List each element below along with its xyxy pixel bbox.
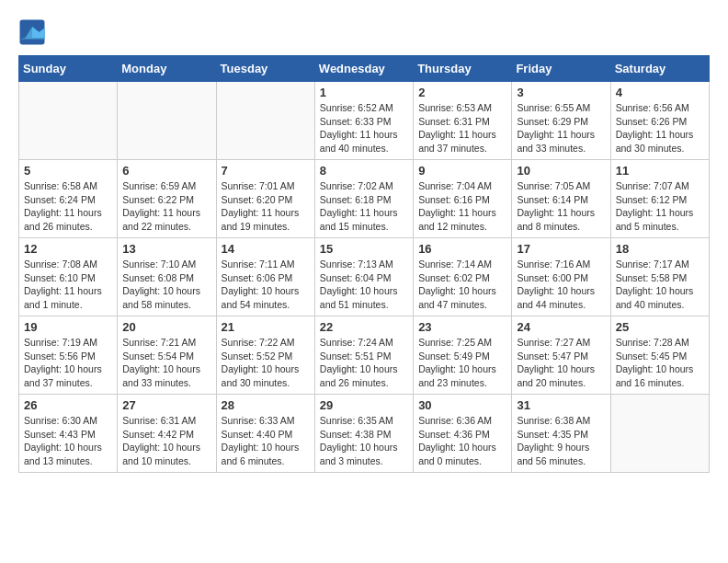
day-info: Sunrise: 6:55 AM Sunset: 6:29 PM Dayligh… [517,101,605,155]
day-header-sunday: Sunday [19,56,118,82]
day-info: Sunrise: 7:11 AM Sunset: 6:06 PM Dayligh… [222,258,310,312]
day-info: Sunrise: 6:35 AM Sunset: 4:38 PM Dayligh… [320,414,408,468]
calendar-cell: 30Sunrise: 6:36 AM Sunset: 4:36 PM Dayli… [414,395,512,473]
day-info: Sunrise: 7:04 AM Sunset: 6:16 PM Dayligh… [418,179,506,234]
week-row-1: 1Sunrise: 6:52 AM Sunset: 6:33 PM Daylig… [19,82,710,160]
calendar-cell [216,82,314,160]
day-info: Sunrise: 6:31 AM Sunset: 4:42 PM Dayligh… [122,414,210,468]
day-info: Sunrise: 7:28 AM Sunset: 5:45 PM Dayligh… [616,336,704,390]
calendar-cell: 9Sunrise: 7:04 AM Sunset: 6:16 PM Daylig… [414,160,512,238]
day-info: Sunrise: 7:10 AM Sunset: 6:08 PM Dayligh… [122,258,210,312]
day-number: 9 [418,164,506,178]
calendar-cell: 24Sunrise: 7:27 AM Sunset: 5:47 PM Dayli… [512,316,610,395]
day-info: Sunrise: 6:52 AM Sunset: 6:33 PM Dayligh… [320,101,408,155]
calendar-cell: 18Sunrise: 7:17 AM Sunset: 5:58 PM Dayli… [610,238,709,316]
calendar-cell: 6Sunrise: 6:59 AM Sunset: 6:22 PM Daylig… [118,160,216,238]
day-info: Sunrise: 7:08 AM Sunset: 6:10 PM Dayligh… [24,258,112,312]
day-number: 15 [320,242,408,256]
calendar-cell: 5Sunrise: 6:58 AM Sunset: 6:24 PM Daylig… [19,160,118,238]
day-info: Sunrise: 7:02 AM Sunset: 6:18 PM Dayligh… [320,179,408,234]
day-number: 21 [222,320,310,334]
week-row-2: 5Sunrise: 6:58 AM Sunset: 6:24 PM Daylig… [19,160,710,238]
calendar-cell: 13Sunrise: 7:10 AM Sunset: 6:08 PM Dayli… [118,238,216,316]
day-header-friday: Friday [512,56,610,82]
day-info: Sunrise: 6:58 AM Sunset: 6:24 PM Dayligh… [24,179,112,234]
logo [18,18,51,46]
day-header-thursday: Thursday [414,56,512,82]
day-info: Sunrise: 7:27 AM Sunset: 5:47 PM Dayligh… [517,336,605,390]
calendar-cell: 15Sunrise: 7:13 AM Sunset: 6:04 PM Dayli… [314,238,413,316]
day-number: 17 [517,242,605,256]
day-info: Sunrise: 6:53 AM Sunset: 6:31 PM Dayligh… [418,101,506,155]
calendar-cell [19,82,118,160]
calendar-cell: 29Sunrise: 6:35 AM Sunset: 4:38 PM Dayli… [314,395,413,473]
day-info: Sunrise: 7:07 AM Sunset: 6:12 PM Dayligh… [616,179,704,234]
day-number: 12 [24,242,112,256]
calendar-cell: 20Sunrise: 7:21 AM Sunset: 5:54 PM Dayli… [118,316,216,395]
calendar-cell: 3Sunrise: 6:55 AM Sunset: 6:29 PM Daylig… [512,82,610,160]
day-info: Sunrise: 7:17 AM Sunset: 5:58 PM Dayligh… [616,258,704,312]
day-number: 1 [320,86,408,99]
page-header [18,18,710,46]
day-number: 7 [222,164,310,178]
day-number: 10 [517,164,605,178]
day-number: 20 [122,320,210,334]
calendar-cell: 12Sunrise: 7:08 AM Sunset: 6:10 PM Dayli… [19,238,118,316]
calendar-cell [118,82,216,160]
logo-icon [18,18,46,46]
day-info: Sunrise: 6:38 AM Sunset: 4:35 PM Dayligh… [517,414,605,468]
day-info: Sunrise: 7:21 AM Sunset: 5:54 PM Dayligh… [122,336,210,390]
day-info: Sunrise: 7:24 AM Sunset: 5:51 PM Dayligh… [320,336,408,390]
calendar-cell [610,395,709,473]
day-header-monday: Monday [118,56,216,82]
calendar-cell: 21Sunrise: 7:22 AM Sunset: 5:52 PM Dayli… [216,316,314,395]
day-number: 23 [418,320,506,334]
week-row-5: 26Sunrise: 6:30 AM Sunset: 4:43 PM Dayli… [19,395,710,473]
week-row-3: 12Sunrise: 7:08 AM Sunset: 6:10 PM Dayli… [19,238,710,316]
day-number: 16 [418,242,506,256]
day-number: 11 [616,164,704,178]
day-number: 13 [122,242,210,256]
day-info: Sunrise: 6:56 AM Sunset: 6:26 PM Dayligh… [616,101,704,155]
day-info: Sunrise: 7:16 AM Sunset: 6:00 PM Dayligh… [517,258,605,312]
calendar-table: SundayMondayTuesdayWednesdayThursdayFrid… [18,55,710,473]
day-info: Sunrise: 7:13 AM Sunset: 6:04 PM Dayligh… [320,258,408,312]
calendar-cell: 10Sunrise: 7:05 AM Sunset: 6:14 PM Dayli… [512,160,610,238]
day-number: 25 [616,320,704,334]
day-number: 14 [222,242,310,256]
day-number: 8 [320,164,408,178]
day-number: 29 [320,398,408,412]
day-info: Sunrise: 7:05 AM Sunset: 6:14 PM Dayligh… [517,179,605,234]
day-header-wednesday: Wednesday [314,56,413,82]
calendar-cell: 16Sunrise: 7:14 AM Sunset: 6:02 PM Dayli… [414,238,512,316]
day-number: 30 [418,398,506,412]
week-row-4: 19Sunrise: 7:19 AM Sunset: 5:56 PM Dayli… [19,316,710,395]
calendar-cell: 4Sunrise: 6:56 AM Sunset: 6:26 PM Daylig… [610,82,709,160]
day-info: Sunrise: 6:33 AM Sunset: 4:40 PM Dayligh… [222,414,310,468]
day-info: Sunrise: 7:25 AM Sunset: 5:49 PM Dayligh… [418,336,506,390]
day-info: Sunrise: 6:59 AM Sunset: 6:22 PM Dayligh… [122,179,210,234]
day-number: 3 [517,86,605,99]
day-info: Sunrise: 7:01 AM Sunset: 6:20 PM Dayligh… [222,179,310,234]
day-header-saturday: Saturday [610,56,709,82]
calendar-cell: 2Sunrise: 6:53 AM Sunset: 6:31 PM Daylig… [414,82,512,160]
day-info: Sunrise: 7:22 AM Sunset: 5:52 PM Dayligh… [222,336,310,390]
day-number: 2 [418,86,506,99]
day-info: Sunrise: 6:36 AM Sunset: 4:36 PM Dayligh… [418,414,506,468]
calendar-header-row: SundayMondayTuesdayWednesdayThursdayFrid… [19,56,710,82]
calendar-cell: 26Sunrise: 6:30 AM Sunset: 4:43 PM Dayli… [19,395,118,473]
day-number: 6 [122,164,210,178]
calendar-cell: 8Sunrise: 7:02 AM Sunset: 6:18 PM Daylig… [314,160,413,238]
day-number: 31 [517,398,605,412]
calendar-cell: 1Sunrise: 6:52 AM Sunset: 6:33 PM Daylig… [314,82,413,160]
day-number: 26 [24,398,112,412]
calendar-cell: 14Sunrise: 7:11 AM Sunset: 6:06 PM Dayli… [216,238,314,316]
calendar-cell: 31Sunrise: 6:38 AM Sunset: 4:35 PM Dayli… [512,395,610,473]
day-number: 24 [517,320,605,334]
calendar-cell: 11Sunrise: 7:07 AM Sunset: 6:12 PM Dayli… [610,160,709,238]
calendar-cell: 19Sunrise: 7:19 AM Sunset: 5:56 PM Dayli… [19,316,118,395]
day-header-tuesday: Tuesday [216,56,314,82]
calendar-cell: 17Sunrise: 7:16 AM Sunset: 6:00 PM Dayli… [512,238,610,316]
day-number: 5 [24,164,112,178]
day-info: Sunrise: 7:14 AM Sunset: 6:02 PM Dayligh… [418,258,506,312]
